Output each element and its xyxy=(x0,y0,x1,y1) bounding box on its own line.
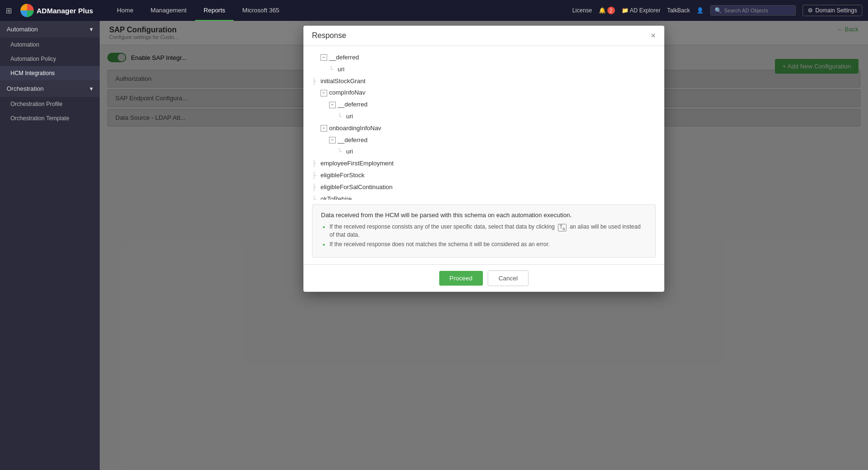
automation-section-header[interactable]: Automation ▾ xyxy=(0,21,100,38)
sidebar-item-automation[interactable]: Automation xyxy=(0,38,100,52)
talkback-link[interactable]: TalkBack xyxy=(667,7,690,14)
tree-node-uri-1: └ uri xyxy=(329,64,656,76)
app-name: ADManager Plus xyxy=(37,7,93,15)
tree-node-deferred-comp: − __deferred xyxy=(329,99,656,111)
tree-node-employeeFirstEmployment: ├ employeeFirstEmployment xyxy=(312,158,656,170)
tree-line-uri-onboarding: └ xyxy=(338,147,344,157)
folder-icon: 📁 xyxy=(622,7,629,14)
content-area: SAP Configuration Configure settings for… xyxy=(100,21,868,470)
proceed-button[interactable]: Proceed xyxy=(439,271,483,286)
dialog-close-button[interactable]: × xyxy=(651,31,656,40)
tree-toggle-deferred-onboarding[interactable]: − xyxy=(329,137,336,144)
domain-settings-button[interactable]: ⚙ Domain Settings xyxy=(802,5,862,16)
tree-toggle-deferred-1[interactable]: − xyxy=(321,54,327,61)
tree-node-compInfoNav: − compInfoNav xyxy=(321,87,656,99)
logo-icon xyxy=(20,4,34,17)
nav-management[interactable]: Management xyxy=(142,0,195,21)
gear-icon: ⚙ xyxy=(808,7,813,14)
tree-node-uri-comp: └ uri xyxy=(338,111,656,123)
tree-line-eligibleForSal: ├ xyxy=(312,182,319,192)
tree-line-employee: ├ xyxy=(312,159,319,169)
license-link[interactable]: License xyxy=(572,7,592,14)
main-nav: Home Management Reports Microsoft 365 xyxy=(108,0,288,21)
tree-node-deferred-1: − __deferred xyxy=(321,52,656,64)
nav-microsoft365[interactable]: Microsoft 365 xyxy=(234,0,288,21)
tree-toggle-onboardingInfoNav[interactable]: − xyxy=(321,125,327,132)
sidebar-item-orchestration-profile[interactable]: Orchestration Profile xyxy=(0,97,100,111)
info-box: Data received from the HCM will be parse… xyxy=(312,204,656,258)
info-bullet-2: If the received response does not matche… xyxy=(330,241,647,248)
tree-toggle-compInfoNav[interactable]: − xyxy=(321,90,327,96)
tree-node-okToRehire: └ okToRehire xyxy=(312,193,656,200)
tree-line-eligibleForStock: ├ xyxy=(312,171,319,181)
automation-section-label: Automation xyxy=(7,26,38,33)
bell-icon: 🔔 xyxy=(599,7,606,14)
tree-line-uri-comp: └ xyxy=(338,112,344,122)
info-bullet-list: If the received response consists any of… xyxy=(330,223,647,248)
tree-node-eligibleForStock: ├ eligibleForStock xyxy=(312,170,656,182)
tree-node-initialStockGrant: ├ initialStockGrant xyxy=(312,76,656,87)
dialog-header: Response × xyxy=(303,26,664,46)
search-icon: 🔍 xyxy=(715,7,722,14)
tree-node-deferred-onboarding: − __deferred xyxy=(329,134,656,146)
sidebar: Automation ▾ Automation Automation Polic… xyxy=(0,21,100,470)
search-box[interactable]: 🔍 Search AD Objects xyxy=(710,5,796,16)
ad-explorer-link[interactable]: 📁 AD Explorer xyxy=(622,7,660,14)
main-layout: Automation ▾ Automation Automation Polic… xyxy=(0,21,868,470)
orchestration-section-label: Orchestration xyxy=(7,85,44,92)
tree-line-initialStockGrant: ├ xyxy=(312,77,319,86)
nav-reports[interactable]: Reports xyxy=(195,0,234,21)
cancel-button[interactable]: Cancel xyxy=(488,270,528,286)
notification-badge: 2 xyxy=(607,7,615,14)
sidebar-item-orchestration-template[interactable]: Orchestration Template xyxy=(0,111,100,125)
tree-node-eligibleForSalContinuation: ├ eligibleForSalContinuation xyxy=(312,182,656,193)
chevron-down-icon: ▾ xyxy=(90,26,93,33)
chevron-down-icon-2: ▾ xyxy=(90,85,93,92)
nav-home[interactable]: Home xyxy=(108,0,142,21)
info-bullet-1: If the received response consists any of… xyxy=(330,223,647,238)
tree-line-okToRehire: └ xyxy=(312,194,319,200)
search-placeholder: Search AD Objects xyxy=(724,8,768,13)
sidebar-item-automation-policy[interactable]: Automation Policy xyxy=(0,52,100,66)
topbar: ⊞ ADManager Plus Home Management Reports… xyxy=(0,0,868,21)
tree-node-uri-onboarding: └ uri xyxy=(338,146,656,158)
dialog-footer: Proceed Cancel xyxy=(303,264,664,292)
response-dialog: Response × − __deferred └ uri xyxy=(303,26,664,292)
dialog-body: − __deferred └ uri ├ initialStockGrant xyxy=(303,46,664,200)
tree-line-uri-1: └ xyxy=(329,65,336,75)
alias-icon: Ta xyxy=(558,224,567,231)
modal-overlay: Response × − __deferred └ uri xyxy=(100,21,868,470)
topbar-right: License 🔔 2 📁 AD Explorer TalkBack 👤 🔍 S… xyxy=(572,5,862,16)
user-icon: 👤 xyxy=(697,7,704,14)
tree-node-onboardingInfoNav: − onboardingInfoNav xyxy=(321,123,656,134)
tree-toggle-deferred-comp[interactable]: − xyxy=(329,102,336,108)
orchestration-section-header[interactable]: Orchestration ▾ xyxy=(0,80,100,97)
sidebar-item-hcm-integrations[interactable]: HCM Integrations xyxy=(0,66,100,80)
dialog-title: Response xyxy=(312,31,346,40)
grid-icon: ⊞ xyxy=(6,6,12,15)
app-logo: ADManager Plus xyxy=(20,4,93,17)
info-main-text: Data received from the HCM will be parse… xyxy=(321,211,647,219)
